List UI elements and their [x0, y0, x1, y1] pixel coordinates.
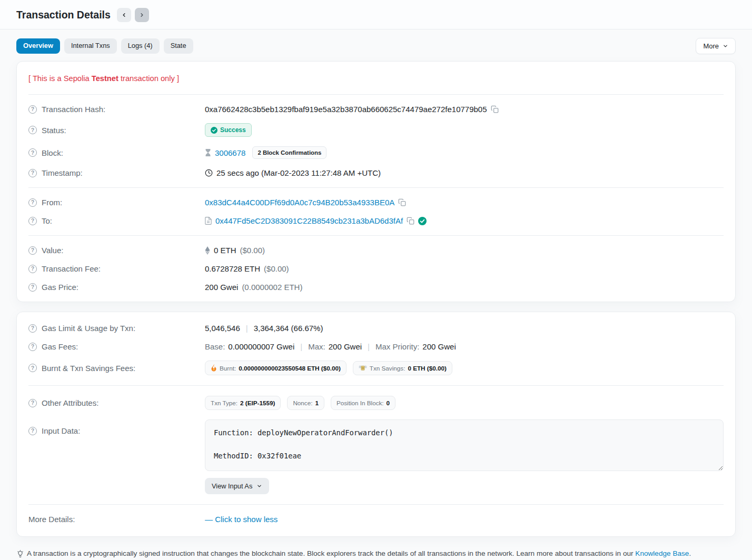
txn-savings-value: 0 ETH ($0.00) [408, 365, 446, 372]
gas-used-value: 3,364,364 (66.67%) [254, 324, 323, 333]
nonce-value: 1 [315, 399, 319, 406]
tab-state[interactable]: State [164, 38, 193, 53]
check-circle-icon [211, 127, 217, 134]
status-label: Status: [42, 126, 66, 135]
input-data-textarea[interactable]: Function: deployNewOperatorAndForwarder(… [205, 419, 724, 471]
help-icon[interactable]: ? [28, 148, 37, 157]
help-icon[interactable]: ? [28, 105, 37, 114]
block-number-link[interactable]: 3006678 [215, 148, 245, 157]
page-header: Transaction Details [0, 0, 752, 29]
gas-price-label: Gas Price: [42, 283, 78, 292]
burnt-badge: Burnt: 0.000000000023550548 ETH ($0.00) [205, 361, 347, 375]
help-icon[interactable]: ? [28, 265, 37, 273]
gas-limit-value: 5,046,546 [205, 324, 240, 333]
view-input-as-button[interactable]: View Input As [205, 478, 269, 494]
page-title: Transaction Details [16, 9, 111, 21]
chevron-down-icon [723, 43, 728, 49]
divider [28, 187, 724, 188]
tab-overview[interactable]: Overview [16, 38, 60, 53]
row-value: ? Value: 0 ETH ($0.00) [17, 241, 735, 259]
row-from: ? From: 0x83dC44a4C00DFf69d0A0c7c94B20b5… [17, 193, 735, 212]
transaction-hash-label: Transaction Hash: [42, 105, 105, 114]
max-priority-fee-value: 200 Gwei [422, 342, 456, 351]
transaction-hash-value: 0xa7662428c3b5eb1329fbaf919e5a32b3870ab6… [205, 105, 487, 114]
divider [28, 94, 724, 95]
max-fee-value: 200 Gwei [329, 342, 362, 351]
row-gas-price: ? Gas Price: 200 Gwei (0.0000002 ETH) [17, 278, 735, 296]
transaction-fee-label: Transaction Fee: [42, 264, 101, 273]
block-confirmations-badge: 2 Block Confirmations [252, 146, 326, 159]
help-icon[interactable]: ? [28, 246, 37, 255]
view-input-as-label: View Input As [212, 482, 252, 490]
money-wings-icon [359, 365, 367, 371]
tab-logs[interactable]: Logs (4) [121, 38, 160, 53]
from-address-link[interactable]: 0x83dC44a4C00DFf69d0A0c7c94B20b53a4933BE… [205, 198, 394, 207]
flame-icon [211, 364, 217, 372]
tab-internal-txns[interactable]: Internal Txns [64, 38, 117, 53]
input-data-label: Input Data: [42, 426, 80, 435]
row-other-attributes: ? Other Attributes: Txn Type: 2 (EIP-155… [17, 391, 735, 415]
block-label: Block: [42, 148, 63, 157]
footer-period: . [689, 549, 691, 557]
next-transaction-button[interactable] [135, 8, 149, 22]
burnt-text-label: Burnt: [220, 365, 236, 372]
to-address-link[interactable]: 0x447Fd5eC2D383091C22B8549cb231a3bAD6d3f… [215, 216, 403, 225]
copy-icon[interactable] [407, 217, 414, 225]
position-value: 0 [387, 399, 390, 406]
to-label: To: [42, 216, 52, 225]
help-icon[interactable]: ? [28, 126, 37, 134]
base-fee-value: 0.000000007 Gwei [228, 342, 294, 351]
help-icon[interactable]: ? [28, 427, 37, 435]
base-fee-label: Base: [205, 342, 225, 351]
txn-savings-text-label: Txn Savings: [370, 365, 405, 372]
show-less-link[interactable]: — Click to show less [205, 515, 278, 524]
row-status: ? Status: Success [17, 118, 735, 142]
row-gas-limit-usage: ? Gas Limit & Usage by Txn: 5,046,546 | … [17, 315, 735, 337]
help-icon[interactable]: ? [28, 217, 37, 225]
more-button[interactable]: More [696, 38, 736, 54]
divider [28, 385, 724, 386]
copy-icon[interactable] [491, 105, 499, 113]
more-button-label: More [703, 42, 719, 50]
knowledge-base-link[interactable]: Knowledge Base [635, 549, 689, 557]
status-badge: Success [205, 123, 252, 137]
help-icon[interactable]: ? [28, 198, 37, 207]
row-transaction-fee: ? Transaction Fee: 0.6728728 ETH ($0.00) [17, 259, 735, 278]
help-icon[interactable]: ? [28, 169, 37, 177]
divider [28, 235, 724, 236]
timestamp-label: Timestamp: [42, 168, 83, 177]
transaction-nav [117, 8, 149, 22]
row-more-details: More Details: — Click to show less [17, 510, 735, 531]
row-input-data: ? Input Data: Function: deployNewOperato… [17, 415, 735, 499]
gas-price-gwei: 200 Gwei [205, 283, 238, 292]
hourglass-icon [205, 149, 211, 156]
position-label: Position In Block: [337, 399, 384, 406]
transaction-fee-amount: 0.6728728 ETH [205, 264, 260, 273]
verified-check-icon [418, 217, 427, 225]
overview-card: [ This is a Sepolia Testnet transaction … [16, 61, 736, 302]
max-fee-label: Max: [308, 342, 325, 351]
divider [28, 504, 724, 505]
help-icon[interactable]: ? [28, 283, 37, 292]
row-gas-fees: ? Gas Fees: Base: 0.000000007 Gwei | Max… [17, 337, 735, 356]
lightbulb-icon [16, 550, 24, 558]
help-icon[interactable]: ? [28, 324, 37, 333]
page-footer: A transaction is a cryptographically sig… [0, 546, 752, 560]
row-to: ? To: 0x447Fd5eC2D383091C22B8549cb231a3b… [17, 212, 735, 230]
help-icon[interactable]: ? [28, 399, 37, 407]
previous-transaction-button[interactable] [117, 8, 131, 22]
burnt-value: 0.000000000023550548 ETH ($0.00) [239, 365, 341, 372]
separator: | [300, 342, 302, 351]
chevron-right-icon [139, 12, 145, 18]
position-in-block-badge: Position In Block: 0 [331, 396, 395, 410]
txn-type-value: 2 (EIP-1559) [240, 399, 275, 406]
clock-icon [205, 169, 213, 177]
max-priority-fee-label: Max Priority: [375, 342, 419, 351]
copy-icon[interactable] [398, 198, 406, 206]
contract-file-icon [205, 217, 212, 225]
row-burnt-savings: ? Burnt & Txn Savings Fees: Burnt: 0.000… [17, 356, 735, 380]
testnet-warning: [ This is a Sepolia Testnet transaction … [17, 65, 735, 89]
help-icon[interactable]: ? [28, 343, 37, 351]
nonce-badge: Nonce: 1 [287, 396, 324, 410]
help-icon[interactable]: ? [28, 364, 37, 372]
